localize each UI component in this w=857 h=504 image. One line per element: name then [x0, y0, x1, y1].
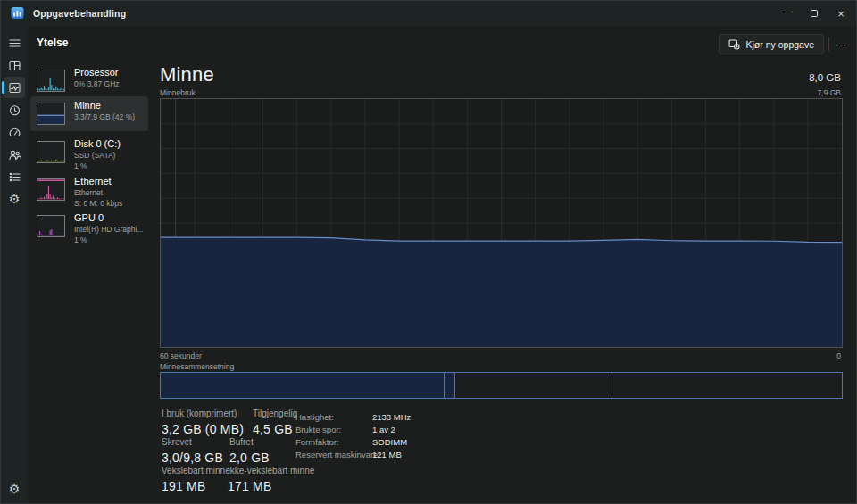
detail-label: Hastighet:	[295, 412, 372, 422]
window-controls: – ×	[774, 1, 854, 26]
sidebar-item-gpu[interactable]: GPU 0 Intel(R) HD Graphi... 1 %	[30, 209, 148, 244]
stat-label-in-use: I bruk (komprimert)	[162, 409, 245, 418]
disk-mini-chart	[37, 141, 65, 163]
stat-value-in-use: 3,2 GB (0 MB)	[162, 422, 245, 436]
sidebar-item-disk[interactable]: Disk 0 (C:) SSD (SATA) 1 %	[30, 135, 148, 170]
maximize-button[interactable]	[801, 1, 828, 26]
stats-row-1: I bruk (komprimert) 3,2 GB (0 MB) Tilgje…	[162, 409, 297, 436]
detail-row-form-factor: Formfaktor: SODIMM	[295, 435, 411, 448]
sidebar-item-cpu[interactable]: Prosessor 0% 3,87 GHz	[30, 63, 148, 95]
services-gear-icon: ⚙	[9, 193, 21, 205]
memory-total-capacity: 8,0 GB	[809, 72, 841, 83]
stat-label-committed: Skrevet	[162, 437, 229, 447]
memory-usage-chart[interactable]	[160, 98, 843, 348]
composition-segment-in-use[interactable]	[161, 373, 445, 398]
metric-subtitle: 3,3/7,9 GB (42 %)	[74, 112, 135, 122]
window-title: Oppgavebehandling	[33, 8, 126, 19]
detail-value: SODIMM	[372, 437, 407, 447]
nav-rail: ⚙ ⚙	[1, 26, 28, 503]
metric-subtitle: 0% 3,87 GHz	[74, 79, 120, 89]
detail-row-speed: Hastighet: 2133 MHz	[295, 410, 411, 423]
hamburger-menu-icon	[8, 37, 21, 50]
cpu-mini-chart	[37, 70, 65, 92]
stat-label-non-paged-pool: Ikke-vekslebart minne	[228, 466, 314, 475]
stat-value-committed: 3,0/9,8 GB	[162, 450, 229, 465]
minimize-button[interactable]: –	[774, 1, 801, 26]
stat-value-available: 4,5 GB	[253, 422, 297, 436]
memory-panel-title: Minne	[160, 63, 214, 87]
stat-label-paged-pool: Vekslebart minne	[162, 466, 220, 475]
close-icon: ×	[837, 7, 845, 21]
composition-segment-standby[interactable]	[455, 373, 612, 398]
detail-row-slots-used: Brukte spor: 1 av 2	[295, 423, 411, 435]
sidebar-item-ethernet[interactable]: Ethernet Ethernet S: 0 M: 0 kbps	[30, 172, 148, 208]
memory-composition-label: Minnesammensetning	[160, 362, 234, 371]
memory-composition-bar	[160, 372, 843, 399]
metric-subtitle: S: 0 M: 0 kbps	[74, 199, 122, 209]
metric-title: Minne	[74, 101, 135, 111]
run-new-task-button[interactable]: Kjør ny oppgave	[719, 34, 824, 54]
detail-value: 1 av 2	[372, 425, 395, 434]
time-axis-origin: 0	[836, 351, 841, 360]
tab-app-history[interactable]	[4, 99, 25, 120]
run-new-task-label: Kjør ny oppgave	[746, 39, 814, 50]
task-manager-app-icon	[11, 6, 24, 20]
memory-usage-label: Minnebruk	[160, 88, 196, 97]
tab-services[interactable]: ⚙	[4, 188, 25, 210]
detail-label: Brukte spor:	[295, 425, 372, 434]
stat-value-cached: 2,0 GB	[229, 450, 270, 465]
metric-subtitle: Intel(R) HD Graphi...	[74, 225, 143, 235]
details-list-icon	[8, 170, 21, 184]
stats-row-2: Skrevet 3,0/9,8 GB Bufret 2,0 GB	[162, 437, 270, 465]
metric-title: Ethernet	[74, 177, 122, 186]
composition-segment-modified[interactable]	[445, 373, 455, 398]
sidebar-item-memory[interactable]: Minne 3,3/7,9 GB (42 %)	[30, 96, 148, 131]
header-divider	[828, 37, 829, 51]
detail-label: Reservert maskinvare:	[295, 450, 372, 459]
ethernet-mini-chart	[37, 178, 65, 201]
close-button[interactable]: ×	[828, 1, 854, 26]
time-axis-label: 60 sekunder	[160, 351, 202, 360]
stat-label-cached: Bufret	[229, 437, 270, 447]
tab-processes[interactable]	[4, 54, 25, 76]
tab-startup-apps[interactable]	[4, 121, 25, 143]
ellipsis-icon: ···	[835, 39, 847, 50]
memory-mini-chart	[37, 103, 65, 125]
composition-segment-free[interactable]	[612, 373, 842, 398]
run-new-task-icon	[728, 38, 740, 50]
metric-subtitle: 1 %	[74, 161, 121, 171]
settings-button[interactable]: ⚙	[4, 478, 25, 500]
stat-value-non-paged-pool: 171 MB	[228, 479, 314, 493]
detail-row-hardware-reserved: Reservert maskinvare: 121 MB	[295, 448, 411, 460]
metric-subtitle: Ethernet	[74, 188, 122, 198]
more-options-button[interactable]: ···	[831, 34, 851, 54]
tab-details[interactable]	[4, 166, 25, 187]
tab-performance[interactable]	[4, 77, 25, 98]
performance-icon	[8, 81, 21, 95]
menu-button[interactable]	[4, 32, 25, 54]
minimize-icon: –	[785, 5, 791, 18]
detail-value: 121 MB	[372, 450, 402, 459]
metric-title: Prosessor	[74, 68, 120, 78]
gpu-mini-chart	[37, 215, 65, 237]
metric-subtitle: SSD (SATA)	[74, 151, 121, 161]
stat-label-available: Tilgjengelig	[253, 409, 297, 418]
page-title: Ytelse	[37, 37, 68, 49]
processes-icon	[8, 59, 21, 72]
titlebar[interactable]: Oppgavebehandling – ×	[1, 1, 856, 26]
task-manager-window: Oppgavebehandling – × ⚙	[0, 0, 857, 504]
history-clock-icon	[8, 103, 21, 117]
maximize-icon	[811, 10, 818, 17]
metric-subtitle: 1 %	[74, 235, 143, 245]
hardware-details: Hastighet: 2133 MHz Brukte spor: 1 av 2 …	[295, 410, 411, 460]
metric-title: GPU 0	[74, 213, 143, 223]
usage-axis-max: 7,9 GB	[818, 88, 841, 97]
stats-row-3: Vekslebart minne 191 MB Ikke-vekslebart …	[162, 466, 314, 493]
detail-label: Formfaktor:	[295, 437, 372, 447]
metric-title: Disk 0 (C:)	[74, 139, 121, 149]
startup-gauge-icon	[8, 126, 21, 139]
tab-users[interactable]	[4, 144, 25, 165]
stat-value-paged-pool: 191 MB	[162, 479, 220, 493]
users-icon	[8, 148, 21, 161]
detail-value: 2133 MHz	[372, 412, 411, 422]
